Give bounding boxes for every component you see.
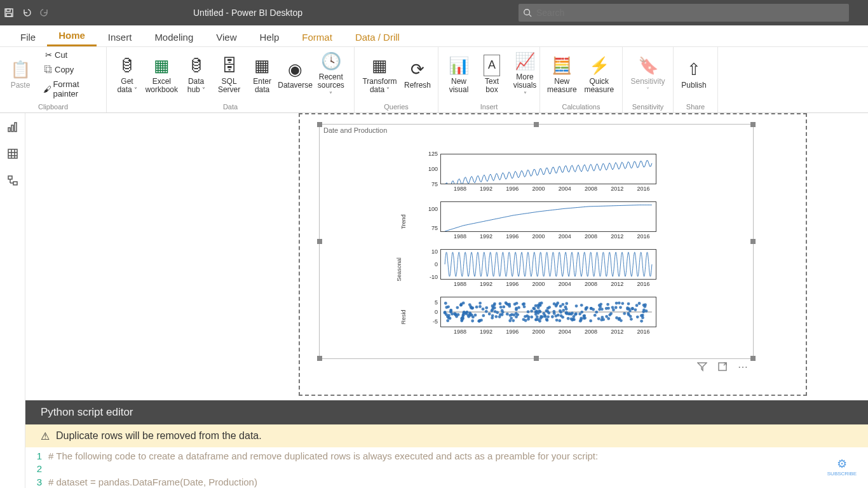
ribbon: 📋Paste ✂Cut ⿻Copy 🖌Format painter Clipbo… (0, 47, 868, 113)
tab-data-drill[interactable]: Data / Drill (344, 28, 411, 46)
new-visual-label: New visual (446, 78, 471, 94)
tab-insert[interactable]: Insert (97, 28, 144, 46)
new-visual-button[interactable]: 📊New visual (442, 53, 475, 95)
python-editor-header[interactable]: Python script editor (25, 400, 868, 424)
tab-view[interactable]: View (205, 28, 248, 46)
svg-point-268 (524, 315, 527, 318)
dataverse-button[interactable]: ◉Dataverse (279, 57, 312, 91)
python-code-editor[interactable]: 1# The following code to create a datafr… (25, 447, 868, 488)
refresh-label: Refresh (404, 81, 431, 90)
svg-point-269 (508, 302, 511, 306)
svg-rect-1 (6, 9, 10, 11)
svg-point-231 (631, 307, 634, 310)
refresh-button[interactable]: ⟳Refresh (401, 57, 434, 91)
sensitivity-button[interactable]: 🔖Sensitivity (627, 53, 669, 95)
svg-point-221 (444, 311, 447, 315)
chart-icon: 📊 (449, 55, 469, 76)
more-options-icon[interactable]: ⋯ (737, 361, 749, 372)
svg-point-259 (626, 308, 629, 311)
transform-data-button[interactable]: ▦Transform data (358, 53, 401, 95)
save-icon[interactable] (0, 0, 18, 25)
new-measure-button[interactable]: 🧮New measure (544, 53, 580, 95)
report-page[interactable]: Date and Production 75100125198819921996… (299, 113, 807, 396)
report-canvas[interactable]: Date and Production 75100125198819921996… (25, 113, 868, 488)
svg-point-248 (579, 320, 582, 323)
get-data-label: Get data (114, 78, 140, 94)
quick-measure-button[interactable]: ⚡Quick measure (580, 53, 619, 95)
svg-point-251 (446, 319, 449, 322)
undo-icon[interactable] (18, 0, 36, 25)
svg-point-142 (595, 311, 598, 314)
svg-point-273 (600, 316, 604, 319)
svg-point-99 (468, 303, 471, 306)
paste-button[interactable]: 📋Paste (4, 57, 37, 91)
filter-icon[interactable] (696, 361, 708, 372)
svg-point-60 (488, 313, 491, 316)
svg-point-3 (524, 10, 530, 15)
text-box-button[interactable]: AText box (475, 53, 508, 95)
svg-point-217 (485, 306, 488, 309)
tab-file[interactable]: File (9, 28, 47, 46)
svg-point-211 (605, 315, 608, 318)
svg-point-144 (627, 302, 630, 306)
transform-label: Transform data (362, 78, 397, 94)
get-data-button[interactable]: 🛢Get data (111, 53, 144, 95)
more-visuals-button[interactable]: 📈More visuals (508, 49, 541, 100)
data-hub-button[interactable]: 🛢Data hub (180, 53, 213, 95)
chart-area: 7510012519881992199620002004200820122016… (415, 154, 735, 344)
svg-point-216 (605, 307, 608, 310)
data-view-button[interactable] (5, 146, 20, 161)
recent-label: Recent sources (316, 73, 346, 98)
copy-label: Copy (55, 65, 74, 74)
svg-point-72 (580, 304, 583, 307)
tab-modeling[interactable]: Modeling (143, 28, 205, 46)
enter-data-label: Enter data (250, 78, 275, 94)
svg-point-238 (522, 318, 526, 321)
excel-button[interactable]: ▦Excel workbook (144, 53, 180, 95)
search-box[interactable] (519, 4, 849, 22)
visual-footer: ⋯ (319, 361, 754, 372)
tab-help[interactable]: Help (248, 28, 291, 46)
svg-point-140 (555, 315, 558, 318)
svg-point-255 (463, 311, 466, 314)
python-warning-bar: ⚠ Duplicate rows will be removed from th… (25, 424, 868, 447)
svg-point-105 (606, 303, 609, 306)
svg-point-276 (560, 314, 563, 317)
svg-point-152 (634, 308, 637, 311)
tab-format[interactable]: Format (290, 28, 344, 46)
sql-server-button[interactable]: 🗄SQL Server (213, 53, 246, 95)
title-bar: Untitled - Power BI Desktop (0, 0, 868, 25)
svg-point-235 (562, 309, 565, 312)
publish-button[interactable]: ⇧Publish (677, 57, 710, 91)
subscribe-watermark: ⚙ SUBSCRIBE (827, 457, 857, 477)
model-view-button[interactable] (5, 173, 20, 188)
svg-point-173 (555, 318, 559, 322)
enter-data-button[interactable]: ▦Enter data (246, 53, 279, 95)
svg-point-277 (611, 306, 614, 309)
paste-label: Paste (11, 81, 31, 90)
search-input[interactable] (536, 8, 849, 18)
focus-mode-icon[interactable] (717, 361, 728, 372)
svg-point-118 (485, 310, 488, 313)
svg-line-4 (529, 15, 532, 17)
python-visual[interactable]: Date and Production 75100125198819921996… (319, 124, 754, 359)
svg-point-267 (608, 313, 611, 316)
cut-button[interactable]: ✂Cut (39, 49, 102, 61)
svg-point-241 (573, 315, 576, 318)
svg-point-230 (506, 313, 509, 316)
svg-point-56 (635, 304, 639, 307)
tab-home[interactable]: Home (47, 26, 97, 46)
svg-point-106 (556, 302, 559, 305)
recent-sources-button[interactable]: 🕓Recent sources (312, 49, 350, 100)
report-view-button[interactable] (5, 119, 20, 135)
svg-point-232 (623, 312, 626, 315)
svg-point-275 (559, 305, 562, 308)
queries-group-label: Queries (355, 102, 438, 112)
copy-button[interactable]: ⿻Copy (39, 64, 102, 76)
svg-point-58 (558, 319, 561, 322)
format-painter-button[interactable]: 🖌Format painter (39, 78, 102, 100)
warning-icon: ⚠ (41, 430, 50, 442)
svg-point-194 (567, 317, 570, 320)
svg-point-171 (515, 302, 519, 305)
redo-icon[interactable] (36, 0, 53, 25)
